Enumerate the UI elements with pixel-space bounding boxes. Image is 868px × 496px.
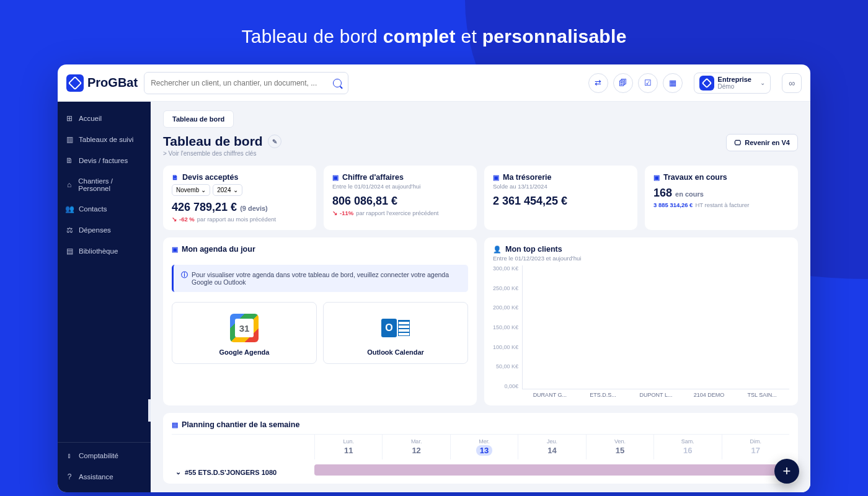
hammer-icon: ▣ bbox=[653, 174, 660, 182]
chart-x-label: TSL SAIN... bbox=[740, 392, 784, 398]
planning-bar[interactable] bbox=[314, 464, 789, 476]
company-title: Entreprise bbox=[718, 76, 751, 83]
edit-dashboard-button[interactable]: ✎ bbox=[268, 135, 281, 148]
company-logo-icon bbox=[699, 76, 714, 91]
sidebar-item-label: Tableaux de suivi bbox=[79, 136, 133, 143]
sidebar-icon: ? bbox=[65, 472, 74, 481]
planning-row-label[interactable]: ⌄#55 ETS.D.S'JONGERS 1080 bbox=[172, 459, 314, 476]
search-input[interactable] bbox=[151, 79, 333, 87]
brand-name: ProGBat bbox=[87, 76, 138, 90]
sidebar-icon: ▥ bbox=[65, 135, 74, 144]
sidebar-item-label: Dépenses bbox=[79, 226, 111, 234]
top-clients-chart: 👤Mon top clients Entre le 01/12/2023 et … bbox=[484, 237, 798, 405]
sidebar-item-label: Assistance bbox=[79, 473, 113, 480]
agenda-card: ▣Mon agenda du jour ⓘ Pour visualiser vo… bbox=[163, 237, 477, 405]
sidebar-footer-item-1[interactable]: ?Assistance bbox=[58, 466, 151, 487]
brand-logo[interactable]: ProGBat bbox=[66, 74, 138, 92]
week-day-header[interactable]: Dim.17 bbox=[722, 435, 789, 459]
add-fab-button[interactable]: + bbox=[774, 459, 799, 484]
app-window: ProGBat ⇄ 🗐 ☑ ▦ Entreprise Démo ⌄ ∞ ⊞Acc… bbox=[58, 64, 810, 492]
kpi-quotes-accepted: 🗎Devis acceptés Novemb ⌄ 2024 ⌄ 426 789,… bbox=[163, 166, 316, 230]
chevron-down-icon: ⌄ bbox=[175, 468, 181, 476]
sidebar-icon: ⫾ bbox=[65, 451, 74, 460]
sidebar-icon: 🗎 bbox=[65, 156, 74, 165]
document-icon: 🗎 bbox=[172, 174, 179, 181]
planning-icon: ▤ bbox=[172, 421, 178, 429]
topbar-actions: ⇄ 🗐 ☑ ▦ bbox=[588, 73, 683, 93]
info-icon: ⓘ bbox=[181, 271, 188, 286]
hero-title: Tableau de bord complet et personnalisab… bbox=[0, 0, 868, 64]
sidebar-item-4[interactable]: 👥Contacts bbox=[58, 198, 151, 219]
logo-mark-icon bbox=[66, 74, 84, 92]
sidebar-item-1[interactable]: ▥Tableaux de suivi bbox=[58, 129, 151, 150]
user-icon: 👤 bbox=[493, 246, 502, 254]
kpi-year-select[interactable]: 2024 ⌄ bbox=[213, 184, 242, 196]
chart-x-label: DUPONT L... bbox=[634, 392, 678, 398]
kpi-revenue: ▣Chiffre d'affaires Entre le 01/01/2024 … bbox=[324, 166, 477, 230]
breadcrumb-tab[interactable]: Tableau de bord bbox=[163, 110, 234, 128]
euro-icon: ▣ bbox=[332, 174, 339, 182]
sidebar-icon: ⊞ bbox=[65, 114, 74, 123]
outlook-calendar-icon: O bbox=[381, 314, 410, 342]
page-title: Tableau de bord ✎ bbox=[163, 134, 281, 149]
chevron-down-icon: ⌄ bbox=[233, 187, 238, 193]
chart-x-label: 2104 DEMO bbox=[687, 392, 732, 398]
chart-x-label: DURANT G... bbox=[528, 392, 572, 398]
sidebar-icon: 👥 bbox=[65, 205, 74, 213]
sidebar: ⊞Accueil▥Tableaux de suivi🗎Devis / factu… bbox=[58, 102, 151, 492]
agenda-connect-banner: ⓘ Pour visualiser votre agenda dans votr… bbox=[172, 265, 468, 292]
sidebar-item-label: Comptabilité bbox=[79, 452, 118, 459]
sidebar-icon: ⌂ bbox=[65, 180, 73, 189]
kpi-works-in-progress: ▣Travaux en cours 168 en cours 3 885 314… bbox=[645, 166, 798, 230]
sidebar-item-label: Devis / factures bbox=[79, 157, 128, 164]
week-day-header[interactable]: Mar.12 bbox=[382, 435, 450, 459]
trend-down-icon: ↘ bbox=[172, 216, 177, 223]
connect-outlook-calendar[interactable]: O Outlook Calendar bbox=[323, 302, 468, 364]
calendar-icon: ▣ bbox=[172, 246, 178, 254]
clipboard-icon-button[interactable]: 🗐 bbox=[613, 73, 633, 93]
company-name: Démo bbox=[718, 83, 751, 90]
sidebar-item-0[interactable]: ⊞Accueil bbox=[58, 108, 151, 129]
company-switcher[interactable]: Entreprise Démo ⌄ bbox=[694, 73, 771, 94]
sidebar-item-3[interactable]: ⌂Chantiers / Personnel bbox=[58, 171, 151, 198]
search-icon bbox=[333, 79, 342, 87]
chevron-down-icon: ⌄ bbox=[201, 187, 206, 193]
revert-v4-button[interactable]: 🖵 Revenir en V4 bbox=[726, 134, 798, 151]
sidebar-icon: ⚖ bbox=[65, 226, 74, 234]
sidebar-item-label: Chantiers / Personnel bbox=[78, 177, 143, 192]
transfer-icon-button[interactable]: ⇄ bbox=[588, 73, 608, 93]
page-subtitle: > Voir l'ensemble des chiffres clés bbox=[163, 150, 281, 157]
topbar: ProGBat ⇄ 🗐 ☑ ▦ Entreprise Démo ⌄ ∞ bbox=[58, 64, 810, 102]
calendar-icon-button[interactable]: ▦ bbox=[663, 73, 683, 93]
plus-icon: + bbox=[783, 463, 791, 479]
planning-card: ▤Planning chantier de la semaine Lun.11M… bbox=[163, 413, 798, 484]
chevron-down-icon: ⌄ bbox=[760, 79, 765, 86]
monitor-icon: 🖵 bbox=[734, 139, 741, 146]
trend-down-icon: ↘ bbox=[332, 210, 337, 216]
share-link-button[interactable]: ∞ bbox=[782, 73, 802, 93]
sidebar-item-2[interactable]: 🗎Devis / factures bbox=[58, 150, 151, 171]
connect-google-agenda[interactable]: Google Agenda bbox=[172, 302, 317, 364]
chart-x-label: ETS.D.S... bbox=[581, 392, 626, 398]
sidebar-icon: ▤ bbox=[65, 247, 74, 255]
checklist-icon-button[interactable]: ☑ bbox=[638, 73, 658, 93]
sidebar-item-label: Accueil bbox=[79, 115, 102, 122]
week-day-header[interactable]: Sam.16 bbox=[653, 435, 721, 459]
week-day-header[interactable]: Ven.15 bbox=[586, 435, 653, 459]
sidebar-footer-item-0[interactable]: ⫾Comptabilité bbox=[58, 445, 151, 466]
google-calendar-icon bbox=[230, 314, 259, 342]
wallet-icon: ▣ bbox=[493, 174, 499, 182]
content-area: Tableau de bord Tableau de bord ✎ > Voir… bbox=[151, 102, 810, 492]
week-day-header[interactable]: Jeu.14 bbox=[518, 435, 585, 459]
kpi-treasury: ▣Ma trésorerie Solde au 13/11/2024 2 361… bbox=[484, 166, 637, 230]
sidebar-item-6[interactable]: ▤Bibliothèque bbox=[58, 241, 151, 262]
week-day-header[interactable]: Mer.13 bbox=[450, 435, 518, 459]
kpi-month-select[interactable]: Novemb ⌄ bbox=[172, 184, 210, 196]
week-day-header[interactable]: Lun.11 bbox=[314, 435, 382, 459]
search-input-wrapper[interactable] bbox=[144, 72, 348, 94]
sidebar-item-label: Contacts bbox=[79, 205, 107, 213]
sidebar-item-label: Bibliothèque bbox=[79, 247, 118, 255]
sidebar-item-5[interactable]: ⚖Dépenses bbox=[58, 219, 151, 241]
